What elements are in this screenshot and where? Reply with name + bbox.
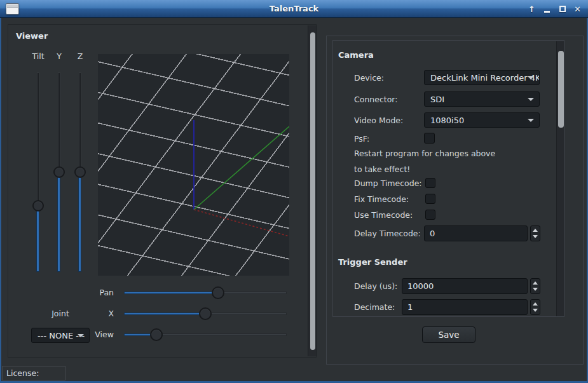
viewer-scrollbar-track[interactable] (308, 25, 317, 356)
decimate-value: 1 (407, 302, 413, 312)
z-slider-fill[interactable] (78, 172, 81, 272)
pan-slider-handle[interactable] (212, 286, 224, 299)
x-slider[interactable] (124, 307, 287, 320)
x-slider-fill[interactable] (124, 312, 205, 315)
view-slider-handle[interactable] (150, 328, 163, 341)
x-slider-handle[interactable] (199, 307, 212, 320)
device-dropdown-value: DeckLink Mini Recorder 4K (430, 73, 540, 83)
camera-section-title: Camera (338, 50, 374, 60)
chevron-down-icon (528, 98, 534, 101)
view-slider[interactable] (124, 328, 287, 341)
pan-slider-fill[interactable] (124, 292, 218, 294)
z-slider-track[interactable] (79, 72, 81, 172)
settings-scroll-area: Camera Device: DeckLink Mini Recorder 4K… (332, 40, 564, 317)
connector-dropdown-value: SDI (430, 95, 444, 104)
window-controls: ↑ ✕ (528, 0, 582, 18)
spin-up-icon[interactable] (533, 281, 538, 285)
window-border-left (0, 18, 1, 383)
trigger-delay-spin-buttons (530, 278, 540, 294)
viewer-scrollbar-thumb[interactable] (310, 32, 315, 350)
save-button-label: Save (438, 330, 459, 340)
delay-timecode-field[interactable]: 0 (424, 225, 528, 241)
z-slider[interactable] (74, 72, 86, 272)
viewer-title: Viewer (16, 31, 48, 41)
decimate-label: Decimate: (354, 302, 395, 312)
chevron-down-icon (78, 334, 84, 337)
y-slider-track[interactable] (58, 72, 60, 172)
device-label: Device: (354, 73, 384, 83)
y-slider-handle[interactable] (53, 166, 65, 178)
trigger-delay-label: Delay (us): (354, 281, 397, 291)
restart-note-line1: Restart program for changes above (354, 149, 495, 158)
video-mode-label: Video Mode: (354, 116, 403, 125)
trigger-delay-field[interactable]: 10000 (402, 278, 528, 294)
fix-timecode-label: Fix Timecode: (354, 194, 409, 204)
pan-slider-label: Pan (72, 288, 114, 297)
viewer-panel: Viewer Tilt Y Z (8, 24, 317, 358)
dump-timecode-checkbox[interactable] (425, 178, 435, 188)
psf-label: PsF: (354, 134, 369, 144)
decimate-field[interactable]: 1 (402, 299, 528, 315)
spin-up-icon[interactable] (533, 302, 538, 306)
z-slider-label: Z (67, 51, 93, 61)
delay-timecode-label: Delay Timecode: (354, 229, 421, 238)
tilt-slider[interactable] (32, 72, 44, 272)
close-icon: ✕ (574, 5, 581, 13)
tilt-slider-handle[interactable] (32, 200, 44, 212)
window-title: TalenTrack (0, 0, 588, 18)
z-slider-handle[interactable] (74, 166, 86, 178)
maximize-button[interactable] (558, 4, 566, 14)
minimize-icon (544, 11, 550, 13)
restart-note-line2: to take effect! (354, 165, 410, 174)
tilt-slider-track[interactable] (37, 72, 39, 206)
spin-up-icon[interactable] (533, 229, 538, 232)
spin-down-icon[interactable] (533, 309, 538, 312)
maximize-icon (559, 6, 566, 12)
connector-label: Connector: (354, 95, 397, 104)
delay-timecode-spin-buttons (530, 225, 540, 241)
spin-down-icon[interactable] (533, 235, 538, 238)
axes-overlay (98, 54, 289, 276)
license-status: License: Online (2, 366, 65, 380)
app-window: TalenTrack ↑ ✕ Viewer Tilt Y Z (0, 0, 588, 383)
psf-checkbox[interactable] (424, 133, 435, 144)
chevron-down-icon (528, 76, 534, 79)
device-dropdown[interactable]: DeckLink Mini Recorder 4K (424, 70, 540, 85)
trigger-sender-section-title: Trigger Sender (338, 257, 407, 267)
3d-viewport[interactable] (98, 54, 289, 276)
use-timecode-label: Use Timecode: (354, 210, 413, 220)
arrow-up-icon: ↑ (528, 5, 535, 13)
settings-panel: Camera Device: DeckLink Mini Recorder 4K… (326, 36, 584, 365)
dump-timecode-label: Dump Timecode: (354, 178, 422, 188)
fix-timecode-checkbox[interactable] (425, 194, 435, 204)
decimate-spin-buttons (530, 299, 540, 315)
settings-scrollbar-thumb[interactable] (558, 51, 564, 128)
y-slider[interactable] (53, 72, 65, 272)
pan-slider[interactable] (124, 286, 287, 299)
settings-scrollbar-track[interactable] (556, 41, 564, 316)
spin-down-icon[interactable] (533, 288, 538, 291)
video-mode-dropdown-value: 1080i50 (430, 116, 464, 125)
close-button[interactable]: ✕ (573, 4, 582, 14)
joint-dropdown[interactable]: --- NONE --- (31, 328, 90, 343)
joint-label: Joint (41, 309, 79, 318)
axis-forward-line (194, 126, 289, 210)
trigger-delay-value: 10000 (407, 281, 434, 291)
use-timecode-checkbox[interactable] (425, 210, 435, 220)
delay-timecode-value: 0 (430, 229, 435, 238)
minimize-button[interactable] (543, 4, 551, 14)
video-mode-dropdown[interactable]: 1080i50 (424, 112, 540, 128)
shade-button[interactable]: ↑ (528, 4, 536, 14)
y-slider-fill[interactable] (57, 172, 60, 272)
titlebar[interactable]: TalenTrack ↑ ✕ (0, 0, 588, 18)
connector-dropdown[interactable]: SDI (424, 91, 540, 107)
save-button[interactable]: Save (422, 326, 475, 343)
tilt-slider-fill[interactable] (36, 206, 39, 272)
chevron-down-icon (528, 119, 534, 122)
axis-right-line (194, 210, 289, 236)
